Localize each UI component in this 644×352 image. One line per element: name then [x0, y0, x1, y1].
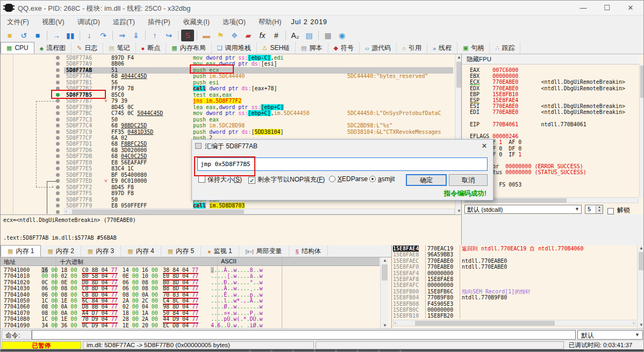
tab-符号[interactable]: ◆符号 [328, 42, 360, 54]
register-line[interactable]: EBX 00000000 [470, 73, 518, 79]
open-file-icon[interactable]: ■ [3, 30, 16, 41]
tab-内存 5[interactable]: ▦内存 5 [161, 246, 201, 257]
register-line[interactable]: ESI 770EABE0 <ntdll.DbgUiRemoteBreakin> [470, 103, 625, 109]
row-dot-icon[interactable] [56, 118, 60, 121]
menu-item[interactable]: 帮助(H) [252, 16, 288, 28]
memory-dump-panel[interactable]: 地址 十六进制 ASCII 7704100016 00 18 00C0 8B 0… [1, 257, 391, 328]
row-dot-icon[interactable] [56, 204, 60, 207]
tab-源代码[interactable]: ‹›源代码 [360, 42, 397, 54]
row-dot-icon[interactable] [56, 210, 60, 214]
menu-item[interactable]: 插件(P) [141, 16, 177, 28]
register-line[interactable]: EDI 770EABE0 <ntdll.DbgUiRemoteBreakin> [470, 109, 625, 115]
row-dot-icon[interactable] [56, 111, 60, 115]
disasm-row[interactable]: 5D8F77A6897D F4mov dword ptr ss:[ebp-C],… [1, 55, 455, 61]
calling-convention-select[interactable]: 默认 (stdcall) ▼ [464, 205, 582, 214]
tab-调用堆栈[interactable]: ❏调用堆栈 [212, 42, 257, 54]
disasm-row[interactable]: 5D8F77C468 98BDC25Dpush im.5DC2BD985DC2B… [1, 123, 455, 129]
maximize-button[interactable]: ☐ [595, 1, 619, 16]
tab-线程[interactable]: »线程 [427, 42, 457, 54]
disasm-row[interactable]: 5D8F77C350push eax [1, 117, 455, 123]
font-size-icon[interactable]: A₂ [289, 30, 302, 41]
row-dot-icon[interactable] [56, 74, 60, 78]
menu-item[interactable]: 收藏夹(I) [177, 16, 216, 28]
row-dot-icon[interactable] [56, 161, 60, 164]
menu-item[interactable]: 视图(V) [35, 16, 71, 28]
row-dot-icon[interactable] [56, 136, 60, 140]
dump-vscrollbar[interactable]: ▲ ▼ [380, 257, 388, 329]
register-line[interactable]: EFLAGS 00000246 [470, 133, 518, 139]
run-to-user-code-icon[interactable]: ⇒ [116, 30, 128, 41]
favourites-icon[interactable]: ⚑ [214, 30, 227, 41]
row-dot-icon[interactable] [56, 179, 60, 183]
tab-内存 2[interactable]: ▦内存 2 [41, 246, 81, 257]
minimize-button[interactable]: — [571, 1, 595, 16]
tab-结构体[interactable]: §结构体 [289, 246, 328, 257]
row-dot-icon[interactable] [56, 148, 60, 152]
disasm-row[interactable]: 5D8F77C9FF35 0481D35Dpush dword ptr ds:[… [1, 129, 455, 135]
disassembly-hscrollbar[interactable]: ‹ [64, 209, 455, 214]
calculator-icon[interactable]: ▦ [321, 30, 334, 41]
row-dot-icon[interactable] [56, 130, 60, 134]
tab-笔记[interactable]: ▤笔记 [103, 42, 135, 54]
disasm-row[interactable]: 5D8F77AC68 4044C45Dpush im.5DC444405DC44… [1, 73, 455, 80]
xedparse-radio[interactable]: XEDParse [329, 175, 368, 183]
tab-引用[interactable]: ○引用 [397, 42, 427, 54]
row-dot-icon[interactable] [56, 154, 60, 158]
hide-fpu-button[interactable]: 隐藏FPU [462, 54, 639, 64]
spinner-arrows-icon[interactable]: ▲▼ [596, 205, 603, 213]
disasm-row[interactable]: 5D8F77B98D45 0Clea eax,dword ptr ss:[ebp… [1, 104, 455, 111]
stack-hscrollbar[interactable]: ‹ › [393, 320, 636, 326]
go-to-user-icon[interactable]: ↪ [162, 30, 175, 41]
register-line[interactable]: ECX 770EABE0 <ntdll.DbgUiRemoteBreakin> [470, 79, 625, 85]
row-dot-icon[interactable] [56, 198, 60, 202]
tab-脚本[interactable]: ▤脚本 [296, 42, 328, 54]
tab-监视 1[interactable]: ●监视 1 [201, 246, 239, 257]
tab-跟踪[interactable]: ∴跟踪 [490, 42, 520, 54]
cancel-button[interactable]: 取消 [449, 174, 488, 186]
tab-句柄[interactable]: ▣句柄 [457, 42, 490, 54]
function-icon[interactable]: fx [256, 30, 269, 41]
row-dot-icon[interactable] [56, 142, 60, 146]
step-over-icon[interactable]: ↷ [97, 30, 110, 41]
disasm-row[interactable]: 5D8F77BCC745 0C 5044C45Dmov dword ptr ss… [1, 110, 455, 117]
registers-vscrollbar[interactable] [639, 64, 644, 197]
tab-断点[interactable]: ●断点 [136, 42, 167, 54]
tab-内存布局[interactable]: ▦内存布局 [166, 42, 211, 54]
row-dot-icon[interactable] [56, 68, 60, 72]
command-input[interactable] [32, 330, 576, 340]
bookmarks-icon[interactable]: ▰ [242, 30, 255, 41]
register-line[interactable]: EBP 15E8FB10 [470, 91, 518, 97]
arg-count-spinner[interactable]: 5 ▲▼ [585, 205, 603, 214]
disasm-row[interactable]: 5D8F77B7˅79 39jns im.5D8F77F2 [1, 98, 455, 104]
dialog-close-icon[interactable]: ✕ [478, 141, 491, 151]
menu-item[interactable]: 调试(D) [71, 16, 106, 28]
tab-内存 1[interactable]: ▦内存 1 [1, 245, 41, 257]
pause-icon[interactable]: ▮▮ [64, 30, 77, 41]
nop-fill-checkbox[interactable]: ✓剩余字节以NOP填充(F) [248, 175, 325, 184]
command-combo[interactable]: 默认 ▼ [577, 330, 643, 340]
row-dot-icon[interactable] [56, 191, 60, 195]
run-icon[interactable]: → [50, 30, 63, 41]
row-dot-icon[interactable] [56, 105, 60, 109]
step-out-icon[interactable]: ⇓ [130, 30, 142, 41]
tags-icon[interactable]: ❖ [228, 30, 241, 41]
stop-icon[interactable]: ■ [31, 30, 44, 41]
disasm-row[interactable]: 5D8F77B156push esi [1, 80, 455, 86]
register-line[interactable]: EIP 770B4061 ntdll.770B4061 [470, 121, 586, 127]
row-dot-icon[interactable] [56, 185, 60, 189]
run-until-return-icon[interactable]: ↑ [148, 30, 161, 41]
unlock-checkbox[interactable] [607, 206, 614, 214]
step-into-icon[interactable]: ↓ [83, 30, 96, 41]
stack-vscrollbar[interactable]: ▲ ▼ [637, 245, 644, 328]
close-button[interactable]: ✕ [619, 1, 642, 16]
tab-局部变量[interactable]: [x=]局部变量 [239, 246, 289, 257]
menu-item[interactable]: 文件(F) [1, 16, 35, 28]
restart-icon[interactable]: ↺ [17, 30, 30, 41]
row-dot-icon[interactable] [56, 99, 60, 103]
menu-item[interactable]: 选项(O) [216, 16, 252, 28]
row-dot-icon[interactable] [56, 62, 60, 66]
row-dot-icon[interactable] [56, 173, 60, 177]
ok-button[interactable]: 确定 [406, 174, 447, 186]
menu-item[interactable]: 追踪(T) [106, 16, 141, 28]
asmjit-radio[interactable]: asmjit [369, 175, 395, 183]
